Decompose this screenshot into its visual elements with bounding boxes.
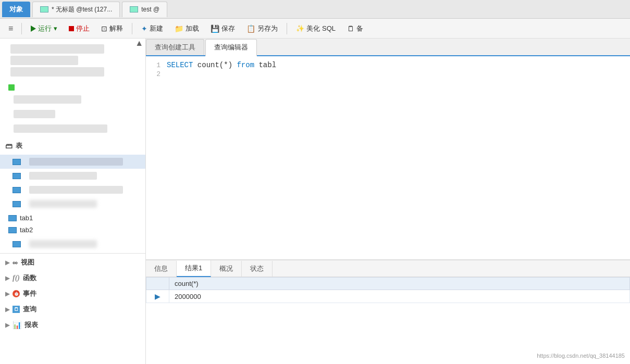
hamburger-button[interactable]: ≡ <box>4 22 17 35</box>
code-line-1: 1 SELECT count(*) from tabl <box>146 60 630 70</box>
sidebar-tab1-label: tab1 <box>20 214 33 222</box>
sep-3 <box>287 23 287 34</box>
sidebar-section-functions[interactable]: ▶ f() 函数 <box>0 270 145 286</box>
table-icon-3 <box>13 187 21 193</box>
tab-dot-icon <box>40 6 48 12</box>
save-icon: 💾 <box>211 24 219 33</box>
backup-button[interactable]: 🗒 备 <box>342 21 368 36</box>
result-tabs: 信息 结果1 概况 状态 <box>146 260 630 277</box>
sep-1 <box>21 23 22 34</box>
result-tab-status-label: 状态 <box>250 265 264 272</box>
sidebar-blurred-area <box>0 41 145 81</box>
sep-2 <box>132 23 132 34</box>
right-panel: 查询创建工具 查询编辑器 1 SELECT count(*) from tabl <box>146 39 630 364</box>
tab-objects[interactable]: 对象 <box>2 2 30 17</box>
saveas-icon: 📋 <box>246 24 255 33</box>
result-table: count(*) ▶ 2000000 <box>146 277 630 303</box>
tab-query-builder[interactable]: 查询创建工具 <box>146 39 204 55</box>
view-icon: ∞ <box>13 258 18 267</box>
count-value: 2000000 <box>175 293 201 300</box>
line-num-2: 2 <box>146 70 167 78</box>
beautify-button[interactable]: ✨ 美化 SQL <box>291 21 340 36</box>
result-tab-result1[interactable]: 结果1 <box>177 260 211 277</box>
code-editor[interactable]: 1 SELECT count(*) from tabl 2 <box>146 56 630 260</box>
run-label: 运行 <box>38 24 52 33</box>
keyword-select: SELECT <box>167 61 193 69</box>
expand-queries-icon: ▶ <box>5 306 9 313</box>
sidebar-scroll-up[interactable]: ▲ <box>135 39 143 48</box>
saveas-label: 另存为 <box>257 24 278 33</box>
explain-button[interactable]: ⊡ 解释 <box>96 21 128 36</box>
sidebar-section-views[interactable]: ▶ ∞ 视图 <box>0 255 145 270</box>
sidebar-table-blurred <box>0 154 145 212</box>
sidebar-section-queries[interactable]: ▶ 🗒 查询 <box>0 302 145 317</box>
code-count: count(*) <box>197 61 237 69</box>
sidebar-tab2-label: tab2 <box>20 226 33 234</box>
result-tab-result1-label: 结果1 <box>185 264 202 272</box>
tab-query[interactable]: * 无标题 @test (127... <box>32 2 120 17</box>
result-tab-overview[interactable]: 概况 <box>211 261 242 277</box>
run-caret-icon: ▾ <box>54 24 57 32</box>
report-icon: 📊 <box>13 321 21 329</box>
result-tab-info-label: 信息 <box>154 265 168 272</box>
top-tabbar: 对象 * 无标题 @test (127... test @ <box>0 0 630 19</box>
line-num-1: 1 <box>146 61 167 69</box>
expand-views-icon: ▶ <box>5 259 9 266</box>
result-tab-status[interactable]: 状态 <box>242 261 273 277</box>
saveas-button[interactable]: 📋 另存为 <box>242 21 282 36</box>
tab-query-editor-label: 查询编辑器 <box>214 43 248 51</box>
tab-query-builder-label: 查询创建工具 <box>155 43 195 51</box>
table-icon-1 <box>13 159 21 165</box>
sidebar-views-label: 视图 <box>21 258 34 267</box>
sidebar-item-tab2[interactable]: tab2 <box>0 224 145 236</box>
query-icon: 🗒 <box>13 306 20 313</box>
tab-test[interactable]: test @ <box>122 2 167 17</box>
table-header-row: count(*) <box>146 278 630 290</box>
sidebar-functions-label: 函数 <box>23 273 36 283</box>
cell-count-value: 2000000 <box>169 290 630 303</box>
table-icon-2 <box>13 173 21 179</box>
watermark: https://blog.csdn.net/qq_38144185 <box>537 353 625 359</box>
result-tab-overview-label: 概况 <box>219 265 233 272</box>
sidebar-queries-label: 查询 <box>23 305 36 314</box>
new-button[interactable]: ✦ 新建 <box>137 21 168 36</box>
load-button[interactable]: 📁 加载 <box>170 21 204 36</box>
sidebar-item-tab1[interactable]: tab1 <box>0 212 145 224</box>
new-label: 新建 <box>150 24 163 33</box>
table-icon-tab1 <box>8 215 17 221</box>
table-icon-5 <box>13 241 21 247</box>
sidebar-section-tables: 🗃 表 <box>0 138 145 154</box>
save-button[interactable]: 💾 保存 <box>206 21 240 36</box>
table-icon-4 <box>13 201 21 207</box>
stop-button[interactable]: 停止 <box>64 21 94 36</box>
table-icon-tab2 <box>8 227 17 233</box>
toolbar: ≡ 运行 ▾ 停止 ⊡ 解释 ✦ 新建 📁 加载 💾 保存 📋 <box>0 19 630 39</box>
result-content: count(*) ▶ 2000000 <box>146 277 630 364</box>
sidebar-more-blurred <box>0 236 145 252</box>
tab-test-label: test @ <box>141 6 159 13</box>
sidebar-section-label: 表 <box>16 141 22 150</box>
backup-label: 备 <box>356 24 363 33</box>
sidebar-section-reports[interactable]: ▶ 📊 报表 <box>0 317 145 333</box>
table-section-icon: 🗃 <box>5 142 13 150</box>
stop-label: 停止 <box>76 24 90 33</box>
sidebar-divider-1 <box>0 253 145 254</box>
beautify-icon: ✨ <box>296 24 304 32</box>
col-header-count-star: count(*) <box>169 278 630 290</box>
tab-query-editor[interactable]: 查询编辑器 <box>205 39 257 56</box>
run-button[interactable]: 运行 ▾ <box>26 21 62 36</box>
sidebar-section-events[interactable]: ▶ ⏰ 事件 <box>0 286 145 302</box>
backup-icon: 🗒 <box>347 24 354 33</box>
row-arrow-icon: ▶ <box>152 292 164 300</box>
result-tab-info[interactable]: 信息 <box>146 261 177 277</box>
explain-icon: ⊡ <box>101 24 107 33</box>
run-triangle-icon <box>31 26 36 32</box>
col-header-count-star-label: count(*) <box>175 280 199 287</box>
stop-square-icon <box>69 26 74 31</box>
col-header-count <box>146 278 169 290</box>
keyword-from: from <box>237 61 254 69</box>
func-icon: f() <box>13 274 20 282</box>
green-dot-icon <box>8 84 15 91</box>
expand-reports-icon: ▶ <box>5 322 9 329</box>
load-label: 加载 <box>186 24 199 33</box>
